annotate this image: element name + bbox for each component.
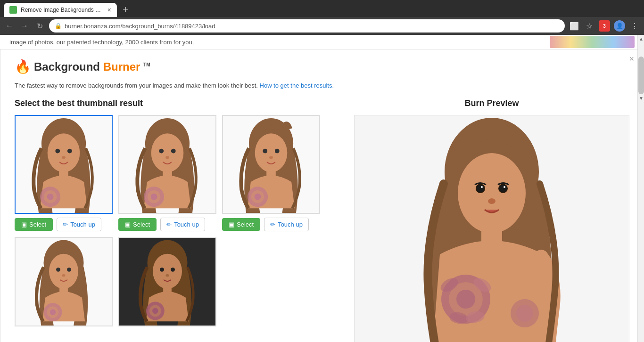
svg-point-44 [152, 308, 158, 314]
touchup-button-1[interactable]: ✏ Touch up [57, 218, 101, 231]
svg-point-57 [456, 290, 475, 309]
touchup-label-3: Touch up [278, 221, 303, 228]
touchup-label-1: Touch up [70, 221, 95, 228]
toolbar-icons: ⬜ ☆ 3 👤 ⋮ [569, 20, 640, 32]
svg-point-2 [55, 149, 60, 154]
svg-point-30 [67, 268, 71, 272]
burn-preview-section: Burn Preview [354, 98, 629, 342]
svg-point-37 [153, 254, 182, 289]
main-layout: Select the best thumbnail result [15, 98, 629, 342]
thumbnail-image-1[interactable] [15, 115, 113, 214]
svg-point-39 [171, 268, 175, 272]
bookmark-icon[interactable]: ☆ [584, 20, 595, 32]
logo-area: 🔥 Background Burner TM [15, 59, 629, 74]
tab-title: Remove Image Backgrounds Fre... [21, 7, 104, 13]
touchup-button-3[interactable]: ✏ Touch up [264, 218, 309, 231]
best-results-link[interactable]: How to get the best results. [260, 82, 334, 89]
address-bar-row: ← → ↻ 🔒 burner.bonanza.com/background_bu… [0, 17, 644, 35]
svg-point-13 [165, 156, 169, 159]
thumbnail-item-5 [118, 237, 216, 326]
select-button-2[interactable]: ▣ Select [118, 218, 157, 231]
touchup-icon-1: ✏ [63, 221, 68, 228]
svg-point-21 [275, 149, 280, 154]
address-text: burner.bonanza.com/background_burns/4188… [65, 23, 215, 30]
burn-preview-svg [388, 115, 595, 342]
svg-point-1 [48, 133, 80, 172]
forward-icon: → [21, 22, 28, 30]
logo-background: Background [34, 60, 100, 73]
select-button-1[interactable]: ▣ Select [15, 218, 53, 231]
person-svg-4 [16, 238, 112, 326]
address-bar[interactable]: 🔒 burner.bonanza.com/background_burns/41… [49, 19, 565, 33]
svg-point-49 [477, 185, 484, 192]
select-icon-3: ▣ [229, 221, 234, 228]
burn-preview-title: Burn Preview [354, 98, 629, 108]
thumbnail-item-4 [15, 237, 113, 326]
person-svg-5 [119, 238, 215, 326]
top-bar-text: image of photos, our patented technology… [9, 39, 194, 46]
thumbnails-grid-row2 [15, 237, 345, 326]
thumbnail-buttons-3: ▣ Select ✏ Touch up [222, 218, 320, 231]
svg-point-17 [151, 194, 157, 200]
thumbnail-item-2: ▣ Select ✏ Touch up [118, 115, 216, 231]
thumbnail-buttons-1: ▣ Select ✏ Touch up [15, 218, 113, 231]
reload-icon: ↻ [37, 22, 43, 31]
svg-point-35 [50, 309, 56, 315]
tagline-text: The fastest way to remove backgrounds fr… [15, 82, 258, 89]
select-label-3: Select [237, 221, 254, 228]
menu-icon[interactable]: ⋮ [629, 20, 640, 32]
select-button-3[interactable]: ▣ Select [222, 218, 260, 231]
modal-close-button[interactable]: × [629, 54, 634, 64]
scrollbar-up-button[interactable]: ▲ [638, 35, 644, 42]
svg-point-20 [263, 149, 267, 154]
svg-point-12 [171, 149, 176, 154]
svg-point-8 [47, 194, 54, 200]
new-tab-button[interactable]: + [119, 3, 132, 16]
profile-icon[interactable]: 👤 [614, 20, 625, 32]
scrollbar-thumb[interactable] [638, 57, 644, 94]
svg-point-4 [62, 156, 66, 159]
thumbnail-image-3[interactable] [222, 115, 320, 214]
touchup-icon-3: ✏ [270, 221, 275, 228]
select-label-2: Select [133, 221, 150, 228]
scrollbar[interactable]: ▲ ▼ [637, 35, 644, 342]
burn-preview-image [354, 115, 629, 342]
thumbnail-buttons-2: ▣ Select ✏ Touch up [118, 218, 216, 231]
scrollbar-down-button[interactable]: ▼ [638, 94, 644, 102]
svg-point-3 [67, 149, 72, 154]
forward-button[interactable]: → [19, 20, 30, 32]
active-tab[interactable]: Remove Image Backgrounds Fre... × [4, 3, 117, 17]
touchup-icon-2: ✏ [166, 221, 172, 228]
reload-button[interactable]: ↻ [34, 20, 45, 32]
tagline: The fastest way to remove backgrounds fr… [15, 82, 629, 89]
svg-point-11 [159, 149, 164, 154]
svg-point-38 [160, 268, 164, 272]
cast-icon[interactable]: ⬜ [569, 20, 580, 32]
svg-point-26 [255, 194, 261, 200]
person-svg-2 [119, 116, 215, 213]
svg-point-40 [165, 274, 169, 277]
thumbnail-item-3: ▣ Select ✏ Touch up [222, 115, 320, 231]
extension-badge[interactable]: 3 [599, 20, 610, 32]
svg-point-52 [504, 186, 505, 188]
thumbnail-image-2[interactable] [118, 115, 216, 214]
thumbnails-section-title: Select the best thumbnail result [15, 98, 345, 108]
touchup-button-2[interactable]: ✏ Touch up [160, 218, 205, 231]
tab-favicon [9, 6, 17, 14]
back-icon: ← [6, 22, 13, 30]
tab-bar: Remove Image Backgrounds Fre... × + [0, 0, 644, 17]
logo-text: Background Burner TM [34, 60, 150, 73]
tab-close-button[interactable]: × [107, 6, 111, 14]
lock-icon: 🔒 [55, 23, 62, 29]
thumbnail-image-4[interactable] [15, 237, 113, 326]
thumbnail-image-5[interactable] [118, 237, 216, 326]
person-svg-1 [16, 116, 112, 213]
thumbnail-item-1: ▣ Select ✏ Touch up [15, 115, 113, 231]
thumbnails-grid-row1: ▣ Select ✏ Touch up [15, 115, 345, 231]
page-content: image of photos, our patented technology… [0, 35, 644, 342]
svg-point-19 [255, 133, 288, 172]
back-button[interactable]: ← [4, 20, 15, 32]
svg-point-22 [269, 156, 273, 159]
svg-point-28 [49, 254, 78, 289]
select-icon-1: ▣ [21, 221, 27, 228]
